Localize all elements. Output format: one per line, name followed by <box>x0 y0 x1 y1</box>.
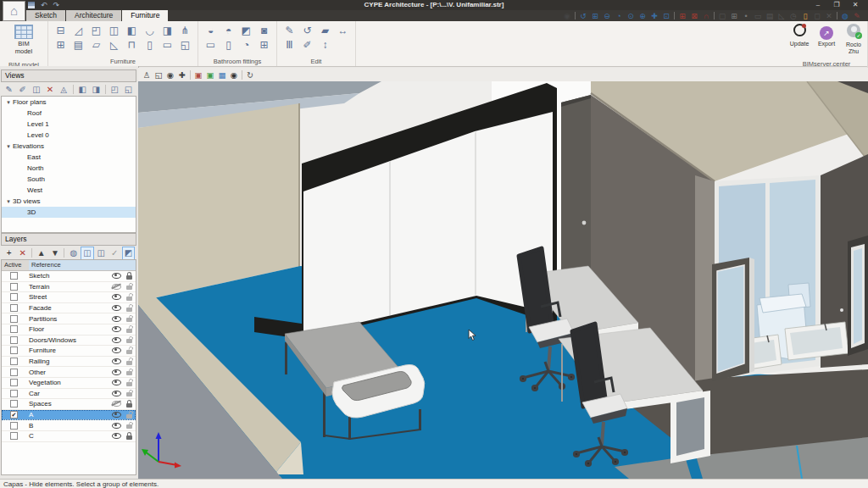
washbasin-2[interactable] <box>785 322 849 360</box>
active-checkbox[interactable] <box>10 325 18 333</box>
chevron-down-icon[interactable]: ▾ <box>4 97 13 108</box>
eye-icon[interactable] <box>112 294 121 300</box>
dimension-icon[interactable]: ▭ <box>752 11 764 21</box>
show-3d-box-icon[interactable]: ◰ <box>108 83 121 97</box>
hide-elements-icon[interactable]: ◉ <box>164 69 176 80</box>
active-checkbox[interactable] <box>10 315 18 323</box>
delete-layer-icon[interactable]: ✕ <box>16 247 29 260</box>
layer-row-facade[interactable]: Facade <box>2 303 136 314</box>
active-checkbox[interactable]: ✔ <box>10 411 18 419</box>
lock-closed-icon[interactable] <box>126 275 132 280</box>
tree-item-3d[interactable]: 3D <box>2 207 136 218</box>
layer-row-doors-windows[interactable]: Doors/Windows <box>2 336 136 347</box>
minimize-button[interactable]: – <box>809 0 827 10</box>
delete-view-icon[interactable]: ✕ <box>43 83 56 97</box>
magnet-icon[interactable]: ∩ <box>700 11 712 21</box>
layer-blue-icon[interactable]: ▦ <box>216 69 228 80</box>
shelving-icon[interactable]: ▤ <box>70 38 87 53</box>
orbit-icon[interactable]: ↺ <box>577 11 589 21</box>
eye-icon[interactable] <box>112 326 121 332</box>
find-icon[interactable]: ◉ <box>561 11 573 21</box>
point-icon[interactable]: • <box>740 11 752 21</box>
printer-icon[interactable]: ▤ <box>764 11 776 21</box>
solid-view-icon[interactable]: ◱ <box>153 69 164 80</box>
globe-icon[interactable]: ◍ <box>839 11 851 21</box>
eye-icon[interactable] <box>112 391 121 396</box>
new-view-icon[interactable]: ✎ <box>3 83 15 97</box>
bathtub-icon[interactable]: ▭ <box>202 38 220 53</box>
active-checkbox[interactable] <box>10 283 18 291</box>
cabinet-icon[interactable]: ◰ <box>87 24 105 38</box>
shower-tray-icon[interactable]: ◩ <box>237 24 255 38</box>
paint-icon[interactable]: ✎ <box>851 11 863 21</box>
snap-points-icon[interactable]: ⊠ <box>688 11 700 21</box>
lock-open-icon[interactable] <box>126 382 132 386</box>
layer-red-icon[interactable]: ▣ <box>192 69 204 80</box>
layer-row-partitions[interactable]: Partitions <box>2 313 136 324</box>
eye-icon[interactable] <box>112 423 121 429</box>
active-checkbox[interactable] <box>10 400 18 408</box>
layer-row-floor[interactable]: Floor <box>2 324 136 336</box>
eye-off-icon[interactable] <box>112 284 121 290</box>
show-panel-icon[interactable]: ◫ <box>81 247 93 260</box>
active-checkbox[interactable] <box>10 422 18 430</box>
tree-item-level-1[interactable]: Level 1 <box>2 119 136 130</box>
lock-open-icon[interactable] <box>126 329 132 333</box>
copy-array-icon[interactable]: Ⅲ <box>281 38 298 53</box>
eye-icon[interactable] <box>112 337 121 343</box>
lock-open-icon[interactable] <box>126 392 132 396</box>
layer-row-b[interactable]: B <box>2 420 136 431</box>
lock-open-icon[interactable] <box>126 371 132 375</box>
3d-scene[interactable] <box>138 81 868 479</box>
coat-rack-icon[interactable]: ⋔ <box>176 24 194 38</box>
active-checkbox[interactable] <box>10 347 18 354</box>
bed-icon[interactable]: ⊟ <box>52 24 70 38</box>
lock-open-icon[interactable] <box>126 350 132 354</box>
tree-item-roof[interactable]: Roof <box>2 108 136 119</box>
washbasin-icon[interactable]: ◔ <box>237 38 255 53</box>
cistern-icon[interactable]: ▯ <box>220 38 237 53</box>
magnifier-icon[interactable]: ⊙ <box>625 11 637 21</box>
eye-off-icon[interactable] <box>112 401 121 407</box>
layer-row-street[interactable]: Street <box>2 292 136 303</box>
edit-view-icon[interactable]: ✐ <box>16 83 29 97</box>
eye-icon[interactable] <box>112 316 121 322</box>
paste-view-icon[interactable]: ◨ <box>90 83 103 97</box>
tab-furniture[interactable]: Furniture <box>122 10 168 21</box>
comment-icon[interactable]: ◻ <box>811 11 823 21</box>
table-icon[interactable]: ⊓ <box>123 38 141 53</box>
lock-open-icon[interactable] <box>126 308 132 312</box>
title-bar[interactable]: ⌂ ↶ ↷ CYPE Architecture - [P:\...\V. Uni… <box>0 0 868 10</box>
column-header-lock[interactable] <box>120 260 136 270</box>
chair-icon[interactable]: ◿ <box>70 24 87 38</box>
lock-open-icon[interactable] <box>126 286 132 290</box>
eye-icon[interactable] <box>112 433 121 439</box>
active-checkbox[interactable] <box>10 272 18 280</box>
active-checkbox[interactable] <box>10 358 18 365</box>
chevron-down-icon[interactable]: ▾ <box>4 141 13 152</box>
layer-row-spaces[interactable]: Spaces <box>2 399 136 410</box>
tab-sketch[interactable]: Sketch <box>26 10 65 21</box>
move-elements-icon[interactable]: ✚ <box>176 69 188 80</box>
eye-icon[interactable] <box>112 380 121 385</box>
active-checkbox[interactable] <box>10 304 18 312</box>
camera-position-icon[interactable]: ◬ <box>58 83 70 97</box>
orbit-free-icon[interactable]: ◔ <box>613 11 625 21</box>
visibility-icon[interactable]: ◉ <box>228 69 240 80</box>
tree-group-floor-plans[interactable]: ▾Floor plans <box>2 97 136 108</box>
tree-item-north[interactable]: North <box>2 163 136 174</box>
layer-row-car[interactable]: Car <box>2 389 136 400</box>
tree-group-3d-views[interactable]: ▾3D views <box>2 196 136 207</box>
layer-row-vegetation[interactable]: Vegetation <box>2 378 136 389</box>
eye-icon[interactable] <box>112 358 121 364</box>
tree-item-south[interactable]: South <box>2 174 136 185</box>
mirror-icon[interactable]: ▱ <box>87 38 105 53</box>
washing-machine-icon[interactable]: ◙ <box>255 24 273 38</box>
tree-item-level-0[interactable]: Level 0 <box>2 130 136 141</box>
close-button[interactable]: ✕ <box>846 0 865 10</box>
bedside-table-icon[interactable]: ◧ <box>123 24 141 38</box>
locker-icon[interactable]: ◨ <box>159 24 176 38</box>
active-checkbox[interactable] <box>10 293 18 301</box>
add-layer-icon[interactable]: + <box>3 247 15 260</box>
eye-icon[interactable] <box>112 369 121 375</box>
